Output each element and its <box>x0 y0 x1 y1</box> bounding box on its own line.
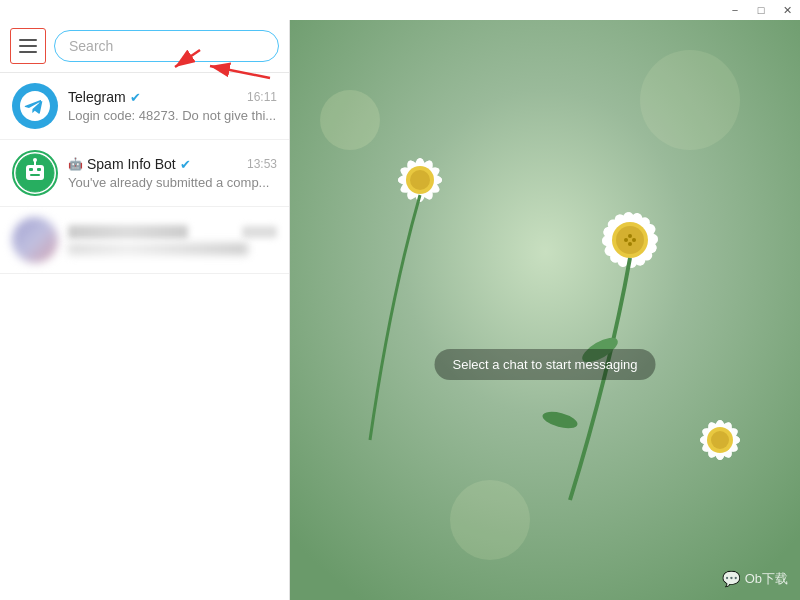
svg-point-32 <box>616 226 644 254</box>
watermark-text: Ob下载 <box>745 570 788 588</box>
verified-badge-spambot: ✔ <box>180 157 191 172</box>
chat-name-row-spambot: 🤖 Spam Info Bot ✔ 13:53 <box>68 156 277 172</box>
svg-point-35 <box>628 242 632 246</box>
svg-rect-4 <box>26 165 44 180</box>
chat-item-telegram[interactable]: Telegram ✔ 16:11 Login code: 48273. Do n… <box>0 73 289 140</box>
minimize-button[interactable]: − <box>722 0 748 20</box>
svg-point-13 <box>640 50 740 150</box>
search-bar <box>0 20 289 73</box>
main-area: Select a chat to start messaging 💬 Ob下载 <box>290 20 800 600</box>
svg-point-64 <box>711 431 729 449</box>
svg-point-12 <box>320 90 380 150</box>
search-input-wrapper <box>54 30 279 62</box>
hamburger-line-2 <box>19 45 37 47</box>
chat-name-blurred <box>68 225 188 239</box>
hamburger-line-1 <box>19 39 37 41</box>
menu-button[interactable] <box>10 28 46 64</box>
chat-list: Telegram ✔ 16:11 Login code: 48273. Do n… <box>0 73 289 600</box>
svg-rect-6 <box>37 168 41 171</box>
svg-point-33 <box>632 238 636 242</box>
chat-info-spambot: 🤖 Spam Info Bot ✔ 13:53 You've already s… <box>68 156 277 190</box>
avatar-spambot <box>12 150 58 196</box>
svg-point-50 <box>410 170 430 190</box>
chat-preview-blurred <box>68 243 248 255</box>
chat-preview-spambot: You've already submitted a comp... <box>68 175 277 190</box>
maximize-button[interactable]: □ <box>748 0 774 20</box>
chat-time-spambot: 13:53 <box>247 157 277 171</box>
watermark: 💬 Ob下载 <box>722 570 788 588</box>
close-button[interactable]: ✕ <box>774 0 800 20</box>
chat-time-telegram: 16:11 <box>247 90 277 104</box>
chat-name-spambot: 🤖 Spam Info Bot ✔ <box>68 156 191 172</box>
chat-time-blurred <box>242 226 277 238</box>
svg-point-34 <box>624 238 628 242</box>
chat-item-spambot[interactable]: 🤖 Spam Info Bot ✔ 13:53 You've already s… <box>0 140 289 207</box>
flower-scene <box>290 20 800 600</box>
verified-badge-telegram: ✔ <box>130 90 141 105</box>
app-container: Telegram ✔ 16:11 Login code: 48273. Do n… <box>0 0 800 600</box>
chat-name-row-blurred <box>68 225 277 239</box>
chat-preview-telegram: Login code: 48273. Do not give thi... <box>68 108 277 123</box>
svg-rect-7 <box>30 174 40 176</box>
wechat-icon: 💬 <box>722 570 741 588</box>
search-input[interactable] <box>54 30 279 62</box>
svg-point-14 <box>450 480 530 560</box>
background-flowers: Select a chat to start messaging 💬 Ob下载 <box>290 20 800 600</box>
svg-rect-5 <box>29 168 33 171</box>
chat-info-telegram: Telegram ✔ 16:11 Login code: 48273. Do n… <box>68 89 277 123</box>
svg-point-9 <box>33 158 37 162</box>
avatar-blurred <box>12 217 58 263</box>
sidebar: Telegram ✔ 16:11 Login code: 48273. Do n… <box>0 20 290 600</box>
chat-name-row-telegram: Telegram ✔ 16:11 <box>68 89 277 105</box>
avatar-telegram <box>12 83 58 129</box>
hamburger-line-3 <box>19 51 37 53</box>
chat-name-telegram: Telegram ✔ <box>68 89 141 105</box>
svg-point-36 <box>628 234 632 238</box>
select-chat-label: Select a chat to start messaging <box>435 349 656 380</box>
chat-info-blurred <box>68 225 277 255</box>
chat-item-blurred[interactable] <box>0 207 289 274</box>
window-controls: − □ ✕ <box>722 0 800 20</box>
spambot-icon: 🤖 <box>68 157 83 171</box>
